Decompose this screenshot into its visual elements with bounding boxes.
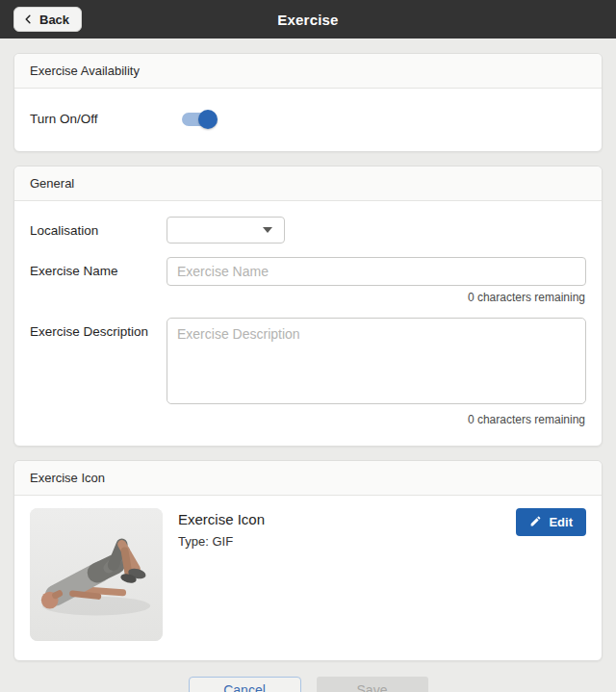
localisation-select[interactable] (167, 217, 285, 243)
availability-section-title: Exercise Availability (14, 54, 602, 89)
exercise-icon-thumbnail (30, 508, 163, 641)
edit-button-label: Edit (549, 515, 573, 529)
name-char-counter: 0 characters remaining (167, 291, 585, 304)
exercise-icon-section-title: Exercise Icon (14, 461, 602, 496)
exercise-name-input[interactable] (167, 257, 586, 286)
exercise-name-field: 0 characters remaining (167, 257, 586, 318)
availability-body: Turn On/Off (14, 89, 602, 151)
exercise-description-input[interactable] (167, 318, 586, 404)
general-panel: General Localisation Exercise Name 0 cha… (13, 166, 603, 447)
save-button[interactable]: Save (317, 677, 428, 692)
turn-on-off-label: Turn On/Off (30, 112, 167, 126)
edit-icon-button[interactable]: Edit (516, 508, 586, 536)
cancel-button[interactable]: Cancel (189, 677, 301, 692)
exercise-icon-meta: Exercise Icon Type: GIF (163, 508, 516, 549)
description-char-counter: 0 characters remaining (167, 413, 585, 426)
exercise-description-row: Exercise Description 0 characters remain… (30, 318, 586, 426)
back-button-label: Back (39, 13, 69, 27)
availability-toggle[interactable] (182, 113, 215, 126)
chevron-left-icon (23, 13, 34, 25)
localisation-field (167, 217, 586, 243)
localisation-label: Localisation (30, 217, 167, 238)
exercise-icon-title: Exercise Icon (178, 511, 516, 527)
app-header: Back Exercise (0, 0, 616, 38)
exercise-name-label: Exercise Name (30, 257, 167, 278)
toggle-knob (198, 110, 218, 129)
footer-actions: Cancel Save (13, 675, 603, 692)
back-button[interactable]: Back (13, 7, 82, 32)
page-title: Exercise (277, 12, 338, 28)
exercise-name-row: Exercise Name 0 characters remaining (30, 257, 586, 318)
pencil-icon (529, 515, 542, 530)
general-section-title: General (14, 167, 602, 201)
exercise-figure-illustration (30, 508, 163, 641)
exercise-icon-panel: Exercise Icon (13, 460, 603, 661)
localisation-row: Localisation (30, 217, 586, 243)
exercise-icon-body: Exercise Icon Type: GIF Edit (14, 496, 602, 660)
general-body: Localisation Exercise Name 0 characters … (14, 201, 602, 446)
exercise-icon-type: Type: GIF (178, 534, 516, 549)
availability-panel: Exercise Availability Turn On/Off (13, 53, 603, 152)
exercise-description-label: Exercise Description (30, 318, 167, 339)
exercise-description-field: 0 characters remaining (167, 318, 586, 426)
chevron-down-icon (263, 227, 272, 233)
page-content: Exercise Availability Turn On/Off Genera… (0, 38, 616, 692)
